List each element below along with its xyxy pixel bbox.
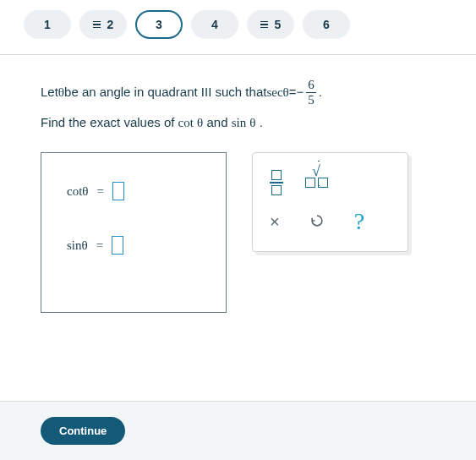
toolpad-row-1: √ xyxy=(263,163,397,202)
undo-button[interactable] xyxy=(309,212,326,232)
period: . xyxy=(319,83,322,102)
question-tabs: 1 2 3 4 5 6 xyxy=(0,0,476,54)
toolpad-row-2: × ? xyxy=(263,202,397,241)
tab-2[interactable]: 2 xyxy=(79,10,127,39)
sec-fn: sec xyxy=(266,83,282,102)
text: Let xyxy=(41,83,58,102)
period: . xyxy=(260,115,263,129)
theta-symbol: θ xyxy=(58,83,64,102)
clear-button[interactable]: × xyxy=(270,212,280,232)
tab-4-label: 4 xyxy=(211,18,218,31)
bar-icon xyxy=(270,182,283,183)
problem-statement-2: Find the exact values of cot θ and sin θ… xyxy=(41,115,451,130)
fraction: 6 5 xyxy=(306,79,316,107)
sin-input[interactable] xyxy=(112,236,123,255)
math-toolpad: √ × ? xyxy=(252,152,408,252)
theta-symbol: θ xyxy=(197,116,203,129)
footer-bar: Continue xyxy=(0,401,476,460)
problem-statement-1: Let θ be an angle in quadrant III such t… xyxy=(41,79,451,107)
text: Find the exact values of xyxy=(41,115,178,129)
tab-6-label: 6 xyxy=(323,18,330,31)
theta-symbol: θ xyxy=(82,184,88,198)
theta-symbol: θ xyxy=(283,83,289,102)
problem-content: Let θ be an angle in quadrant III such t… xyxy=(0,55,476,313)
theta-symbol: θ xyxy=(82,238,88,252)
undo-icon xyxy=(309,212,326,229)
tab-5-label: 5 xyxy=(275,18,282,31)
answer-box: cotθ = sinθ = xyxy=(41,152,227,313)
cot-answer-line: cotθ = xyxy=(67,182,226,200)
box-icon xyxy=(271,170,282,180)
box-icon xyxy=(271,185,282,195)
cot-input[interactable] xyxy=(112,182,124,200)
sin-label: sin xyxy=(67,238,82,252)
tab-1-label: 1 xyxy=(44,18,51,31)
text: be an angle in quadrant III such that xyxy=(64,83,266,102)
denominator: 5 xyxy=(306,92,316,107)
radical-icon: √ xyxy=(318,163,328,202)
theta-symbol: θ xyxy=(249,116,255,129)
list-icon xyxy=(93,21,101,29)
help-button[interactable]: ? xyxy=(354,208,364,235)
equals: = xyxy=(289,83,297,102)
list-icon xyxy=(260,21,268,29)
text: and xyxy=(206,115,231,129)
cot-fn: cot xyxy=(178,116,194,129)
tab-5[interactable]: 5 xyxy=(247,10,294,39)
sin-fn: sin xyxy=(232,116,247,129)
tab-4[interactable]: 4 xyxy=(191,10,238,39)
cot-label: cot xyxy=(67,184,82,198)
tab-2-label: 2 xyxy=(107,18,114,31)
work-area: cotθ = sinθ = xyxy=(41,152,451,313)
tab-3[interactable]: 3 xyxy=(135,10,183,39)
numerator: 6 xyxy=(306,79,316,92)
minus: − xyxy=(297,83,304,102)
equals: = xyxy=(97,184,104,199)
equals: = xyxy=(96,238,103,253)
continue-button[interactable]: Continue xyxy=(41,417,125,445)
sin-answer-line: sinθ = xyxy=(67,236,226,255)
fraction-tool[interactable] xyxy=(270,170,283,195)
tab-6[interactable]: 6 xyxy=(303,10,350,39)
tab-1[interactable]: 1 xyxy=(24,10,71,39)
tab-3-label: 3 xyxy=(156,18,162,31)
sqrt-tool[interactable]: √ xyxy=(305,163,328,202)
